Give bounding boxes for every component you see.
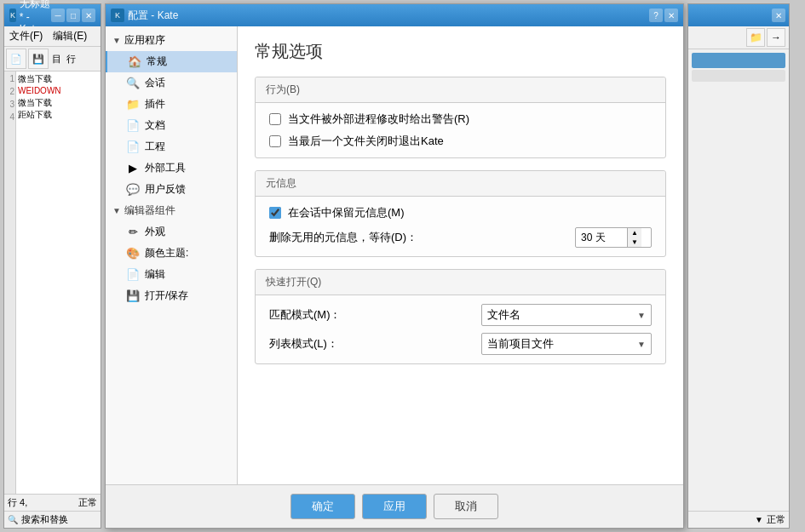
- chevron-down-icon: ▼: [112, 36, 121, 45]
- meta-group-title: 元信息: [256, 171, 665, 197]
- preserve-meta-label: 在会话中保留元信息(M): [288, 205, 405, 220]
- list-mode-dropdown[interactable]: 当前项目文件 ▼: [481, 333, 652, 355]
- search-icon: 🔍: [126, 77, 140, 90]
- ok-button[interactable]: 确定: [290, 494, 355, 519]
- config-help-button[interactable]: ?: [649, 9, 663, 22]
- sidebar-item-session[interactable]: 🔍 会话: [106, 72, 237, 94]
- kate-minimize-button[interactable]: ─: [51, 9, 65, 22]
- chevron-down-icon4: ▼: [637, 340, 646, 349]
- chevron-down-icon3: ▼: [637, 311, 646, 320]
- right-panel-tools: 📁 →: [688, 26, 789, 49]
- config-footer: 确定 应用 取消: [106, 484, 683, 528]
- apply-button[interactable]: 应用: [362, 494, 427, 519]
- meta-wait-spinbox[interactable]: ▲ ▼: [575, 227, 652, 248]
- quickopen-group: 快速打开(Q) 匹配模式(M)： 文件名 ▼ 列表模式(L)：: [255, 269, 666, 364]
- kate-menubar: 文件(F) 编辑(E): [4, 26, 101, 47]
- toolbar-label2: 行: [65, 49, 78, 69]
- code-line-2: WEIDOWN: [18, 85, 99, 97]
- config-close-button[interactable]: ✕: [664, 9, 678, 22]
- kate-window-controls[interactable]: ─ □ ✕: [51, 9, 95, 22]
- checkbox-row-meta: 在会话中保留元信息(M): [269, 205, 652, 220]
- page-title: 常规选项: [255, 40, 666, 63]
- sidebar-item-general[interactable]: 🏠 常规: [106, 51, 237, 72]
- rp-arrow-button[interactable]: →: [767, 28, 785, 47]
- spinbox-down-button[interactable]: ▼: [628, 237, 641, 247]
- sidebar-item-open-save[interactable]: 💾 打开/保存: [106, 285, 237, 306]
- kate-searchbar: 🔍 搜索和替换: [4, 511, 101, 528]
- sidebar-item-project[interactable]: 📄 工程: [106, 136, 237, 157]
- delete-meta-label: 删除无用的元信息，等待(D)：: [269, 230, 417, 245]
- save-icon: 💾: [126, 289, 140, 303]
- config-title-left: K 配置 - Kate: [111, 9, 178, 23]
- code-area[interactable]: 微当下载 WEIDOWN 微当下载 距站下载: [16, 72, 101, 494]
- checkbox-row-warn: 当文件被外部进程修改时给出警告(R): [269, 112, 652, 127]
- sidebar-item-project-label: 工程: [145, 140, 165, 154]
- quickopen-group-title: 快速打开(Q): [256, 270, 665, 295]
- toolbar-new[interactable]: 📄: [6, 49, 26, 69]
- search-icon: 🔍: [8, 515, 18, 524]
- tree-section-app: ▼ 应用程序 🏠 常规 🔍 会话 📁 插件 📄 文档: [106, 30, 237, 200]
- sidebar-item-color-theme-label: 颜色主题:: [145, 246, 188, 260]
- config-app-icon: K: [111, 9, 124, 22]
- line-4: 4: [5, 112, 14, 123]
- list-mode-value: 当前项目文件: [487, 336, 554, 352]
- sidebar-item-open-save-label: 打开/保存: [145, 289, 188, 303]
- sidebar-item-color-theme[interactable]: 🎨 颜色主题:: [106, 243, 237, 264]
- toolbar-label: 目: [50, 49, 63, 69]
- preserve-meta-checkbox[interactable]: [269, 207, 281, 219]
- tree-section-editor-header[interactable]: ▼ 编辑器组件: [106, 200, 237, 221]
- kate-toolbar: 📄 💾 目 行: [4, 47, 101, 72]
- project-icon: 📄: [126, 140, 140, 154]
- menu-edit[interactable]: 编辑(E): [51, 28, 89, 44]
- kate-titlebar: K 无标题* - Kate ─ □ ✕: [4, 4, 101, 26]
- warn-external-checkbox[interactable]: [269, 113, 281, 125]
- right-panel-titlebar: ✕: [688, 4, 789, 26]
- match-mode-label: 匹配模式(M)：: [269, 307, 342, 323]
- tree-section-editor: ▼ 编辑器组件 ✏ 外观 🎨 颜色主题: 📄 编辑 💾 打开/保存: [106, 200, 237, 306]
- sidebar-item-docs[interactable]: 📄 文档: [106, 115, 237, 136]
- rp-status-mode: 正常: [767, 513, 785, 526]
- line-numbers: 1 2 3 4: [4, 72, 16, 494]
- line-2: 2: [5, 86, 14, 98]
- sidebar-item-editing[interactable]: 📄 编辑: [106, 264, 237, 285]
- rp-file-item-1[interactable]: [692, 53, 785, 68]
- kate-close-button[interactable]: ✕: [82, 9, 95, 22]
- sidebar-item-appearance[interactable]: ✏ 外观: [106, 221, 237, 243]
- feedback-icon: 💬: [126, 183, 140, 197]
- sidebar-item-feedback[interactable]: 💬 用户反馈: [106, 179, 237, 200]
- rp-folder-button[interactable]: 📁: [746, 28, 765, 47]
- kate-window: K 无标题* - Kate ─ □ ✕ 文件(F) 编辑(E) 📄 💾 目 行 …: [3, 3, 101, 529]
- rp-chevron-icon: ▼: [755, 515, 763, 524]
- chevron-down-icon2: ▼: [112, 206, 121, 215]
- code-line-3: 微当下载: [18, 97, 99, 109]
- config-body: ▼ 应用程序 🏠 常规 🔍 会话 📁 插件 📄 文档: [106, 26, 683, 484]
- rp-close-button[interactable]: ✕: [772, 9, 785, 22]
- editing-icon: 📄: [126, 268, 140, 282]
- config-window-controls[interactable]: ? ✕: [649, 9, 678, 22]
- line-3: 3: [5, 99, 14, 111]
- tree-section-app-header[interactable]: ▼ 应用程序: [106, 30, 237, 51]
- home-icon: 🏠: [128, 55, 141, 69]
- toolbar-save[interactable]: 💾: [28, 49, 49, 69]
- search-label: 搜索和替换: [21, 513, 68, 526]
- menu-file[interactable]: 文件(F): [8, 28, 44, 44]
- behavior-group-body: 当文件被外部进程修改时给出警告(R) 当最后一个文件关闭时退出Kate: [256, 103, 665, 157]
- checkbox-row-quit: 当最后一个文件关闭时退出Kate: [269, 134, 652, 149]
- kate-statusbar: 行 4, 正常: [4, 494, 101, 511]
- quit-last-file-checkbox[interactable]: [269, 135, 281, 147]
- spinbox-up-button[interactable]: ▲: [628, 228, 641, 237]
- kate-maximize-button[interactable]: □: [66, 9, 80, 22]
- sidebar-item-external[interactable]: ▶ 外部工具: [106, 157, 237, 179]
- color-theme-icon: 🎨: [126, 247, 140, 260]
- list-mode-label: 列表模式(L)：: [269, 336, 338, 352]
- match-mode-dropdown[interactable]: 文件名 ▼: [481, 304, 652, 326]
- rp-content: [688, 49, 789, 511]
- right-panel: ✕ 📁 → ▼ 正常: [687, 3, 790, 529]
- line-1: 1: [5, 73, 14, 85]
- sidebar-item-feedback-label: 用户反馈: [145, 182, 186, 197]
- cancel-button[interactable]: 取消: [434, 494, 498, 519]
- sidebar-item-plugins[interactable]: 📁 插件: [106, 94, 237, 115]
- warn-external-label: 当文件被外部进程修改时给出警告(R): [288, 112, 469, 127]
- meta-wait-input[interactable]: [576, 230, 627, 245]
- meta-group: 元信息 在会话中保留元信息(M) 删除无用的元信息，等待(D)： ▲: [255, 170, 666, 257]
